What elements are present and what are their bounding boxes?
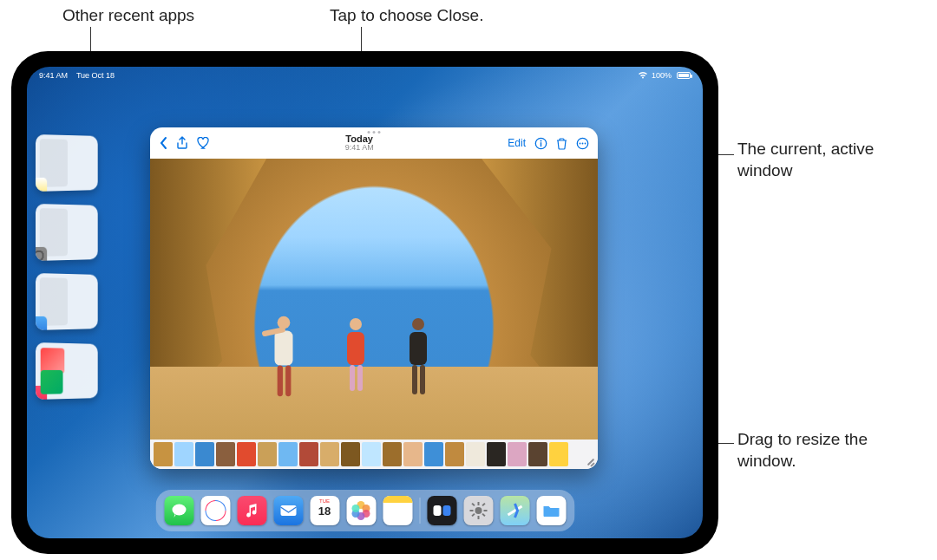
svg-rect-12 [477, 502, 479, 505]
recent-apps-column [36, 134, 112, 400]
more-icon[interactable] [576, 137, 589, 150]
callout-active-window: The current, active window [737, 139, 928, 181]
calendar-date: 18 [318, 505, 331, 517]
thumbnail[interactable] [174, 442, 193, 466]
svg-rect-18 [482, 503, 485, 506]
thumbnail[interactable] [237, 442, 256, 466]
svg-rect-8 [280, 505, 296, 516]
svg-rect-13 [477, 516, 479, 519]
messages-icon [170, 503, 187, 518]
status-time: 9:41 AM [39, 71, 68, 80]
thumbnail[interactable] [341, 442, 360, 466]
folder-icon [541, 503, 560, 518]
thumbnail-strip[interactable] [150, 440, 598, 469]
thumbnail[interactable] [320, 442, 339, 466]
thumbnail[interactable] [195, 442, 214, 466]
svg-point-11 [475, 507, 482, 514]
recent-app-notes[interactable] [36, 134, 98, 192]
status-date: Tue Oct 18 [76, 71, 115, 80]
recent-app-mail[interactable] [36, 273, 98, 330]
thumbnail[interactable] [549, 442, 568, 466]
callout-close-hint: Tap to choose Close. [330, 5, 483, 27]
battery-icon [677, 72, 691, 79]
notes-icon [383, 496, 412, 503]
dock-maps[interactable] [500, 496, 529, 525]
svg-point-5 [582, 142, 584, 144]
status-right: 100% [638, 71, 691, 81]
photos-icon [351, 501, 370, 520]
svg-point-1 [541, 140, 542, 141]
thumbnail[interactable] [299, 442, 318, 466]
photo-decor [410, 318, 427, 394]
thumbnail[interactable] [383, 442, 402, 466]
thumbnail[interactable] [508, 442, 527, 466]
svg-point-4 [580, 142, 581, 144]
photo-decor [347, 318, 364, 394]
battery-percent: 100% [652, 71, 672, 80]
thumbnail[interactable] [424, 442, 443, 466]
dock: TUE 18 [155, 490, 574, 531]
back-icon[interactable] [159, 136, 167, 150]
svg-rect-9 [433, 505, 441, 516]
notes-icon [36, 178, 47, 192]
calendar-day-label: TUE [319, 498, 330, 504]
status-left: 9:41 AM Tue Oct 18 [39, 71, 115, 80]
dock-notes[interactable] [383, 496, 412, 525]
dock-settings[interactable] [463, 496, 493, 525]
thumbnail[interactable] [362, 442, 381, 466]
ipad-screen: 9:41 AM Tue Oct 18 100% [27, 67, 703, 538]
photo-decor [275, 316, 293, 396]
dock-photos[interactable] [346, 496, 376, 525]
maps-icon [506, 502, 523, 519]
settings-icon [36, 247, 47, 261]
resize-handle[interactable] [581, 453, 595, 466]
thumbnail[interactable] [278, 442, 298, 466]
trash-icon[interactable] [556, 137, 567, 150]
thumbnail[interactable] [154, 442, 173, 466]
window-subtitle: 9:41 AM [345, 144, 374, 153]
thumbnail[interactable] [528, 442, 547, 466]
photos-window[interactable]: Today 9:41 AM Edit [150, 127, 598, 469]
thumbnail[interactable] [445, 442, 464, 466]
toolbar-title-group: Today 9:41 AM [345, 133, 374, 153]
music-icon [36, 386, 47, 400]
dock-translate[interactable] [427, 496, 456, 525]
dock-music[interactable] [237, 496, 266, 525]
gear-icon [468, 501, 488, 520]
svg-rect-2 [541, 142, 541, 147]
svg-rect-17 [482, 513, 485, 517]
thumbnail[interactable] [466, 442, 485, 466]
dock-messages[interactable] [164, 496, 193, 525]
heart-icon[interactable] [197, 137, 211, 149]
svg-rect-14 [469, 510, 473, 511]
dock-files[interactable] [536, 496, 566, 525]
music-note-icon [245, 503, 259, 518]
status-bar: 9:41 AM Tue Oct 18 100% [27, 67, 703, 82]
envelope-icon [278, 504, 298, 518]
recent-app-settings[interactable] [36, 204, 98, 261]
photo-decor [150, 367, 598, 440]
mail-icon [36, 316, 47, 330]
svg-rect-16 [471, 503, 475, 506]
callout-resize-hint: Drag to resize the window. [737, 429, 928, 472]
window-grip[interactable] [368, 131, 381, 133]
thumbnail[interactable] [403, 442, 423, 466]
callout-recent-apps: Other recent apps [62, 5, 194, 27]
edit-button[interactable]: Edit [508, 137, 526, 149]
svg-point-6 [585, 142, 586, 144]
wifi-icon [638, 71, 648, 81]
recent-app-music[interactable] [36, 342, 98, 400]
svg-rect-19 [471, 513, 475, 517]
photo-viewer[interactable] [150, 159, 598, 440]
dock-mail[interactable] [273, 496, 303, 525]
dock-safari[interactable] [200, 496, 230, 525]
svg-rect-10 [442, 505, 450, 516]
dock-calendar[interactable]: TUE 18 [310, 496, 339, 525]
safari-icon [205, 500, 226, 521]
share-icon[interactable] [176, 136, 188, 150]
thumbnail[interactable] [216, 442, 235, 466]
thumbnail[interactable] [258, 442, 277, 466]
svg-point-7 [172, 505, 186, 516]
thumbnail[interactable] [487, 442, 506, 466]
info-icon[interactable] [534, 137, 547, 150]
